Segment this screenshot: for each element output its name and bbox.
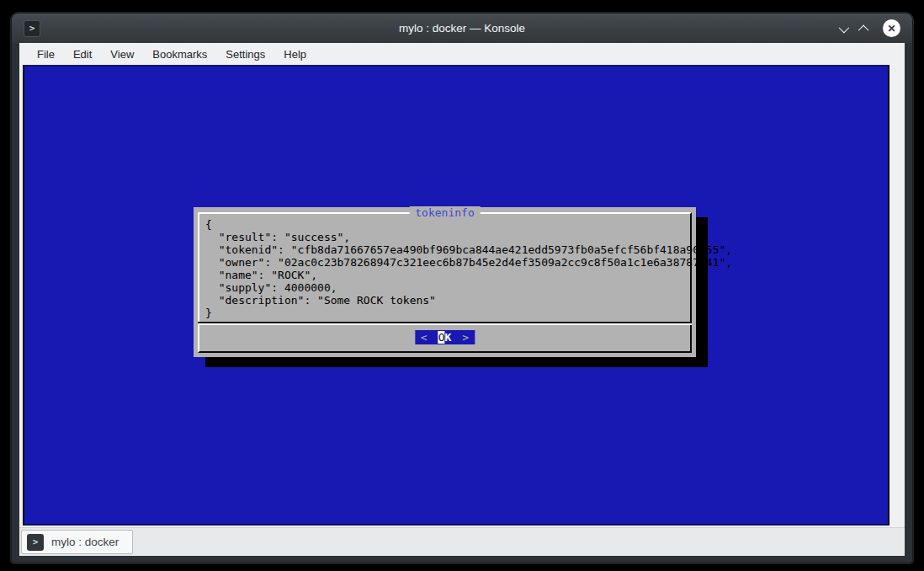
chevron-down-icon	[839, 22, 850, 33]
chevron-up-icon	[858, 24, 869, 35]
dialog-json-text: { "result": "success", "tokenid": "cfb8d…	[205, 218, 732, 319]
ok-open-bracket: <	[421, 331, 427, 344]
menu-help[interactable]: Help	[274, 45, 316, 64]
terminal-view[interactable]: tokeninfo { "result": "success", "tokeni…	[23, 65, 889, 526]
titlebar[interactable]: > mylo : docker — Konsole ✕	[12, 13, 912, 43]
window-body: File Edit View Bookmarks Settings Help t…	[19, 43, 905, 556]
tab-mylo-docker[interactable]: > mylo : docker	[21, 530, 133, 554]
maximize-button[interactable]	[861, 21, 868, 36]
terminal-tab-icon: >	[27, 534, 44, 551]
menu-bookmarks[interactable]: Bookmarks	[143, 45, 216, 64]
menu-view[interactable]: View	[101, 45, 143, 64]
menubar: File Edit View Bookmarks Settings Help	[19, 43, 905, 65]
dialog-title: tokeninfo	[409, 206, 480, 219]
ok-button[interactable]: <OK>	[415, 330, 475, 344]
window-title: mylo : docker — Konsole	[12, 22, 912, 35]
tab-label: mylo : docker	[51, 536, 119, 548]
minimize-button[interactable]	[839, 21, 847, 36]
ok-cursor-char: O	[438, 331, 445, 344]
ok-label-rest: K	[445, 331, 452, 344]
konsole-app-icon: >	[24, 20, 40, 37]
ok-close-bracket: >	[462, 331, 469, 344]
dialog-separator	[198, 322, 692, 325]
menu-settings[interactable]: Settings	[216, 45, 274, 64]
menu-file[interactable]: File	[28, 45, 64, 64]
close-button[interactable]: ✕	[883, 19, 900, 37]
tabbar: > mylo : docker	[19, 527, 905, 556]
konsole-window: > mylo : docker — Konsole ✕ File Edit Vi…	[11, 13, 913, 563]
terminal-scrollbar[interactable]	[889, 65, 901, 526]
window-controls: ✕	[839, 19, 900, 37]
tokeninfo-dialog: tokeninfo { "result": "success", "tokeni…	[194, 207, 696, 357]
menu-edit[interactable]: Edit	[64, 45, 101, 64]
